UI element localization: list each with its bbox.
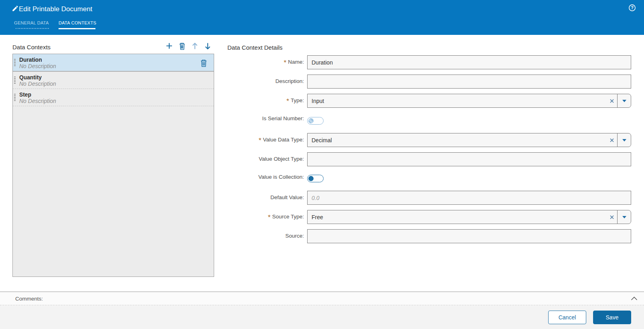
svg-text:?: ? (631, 5, 634, 10)
